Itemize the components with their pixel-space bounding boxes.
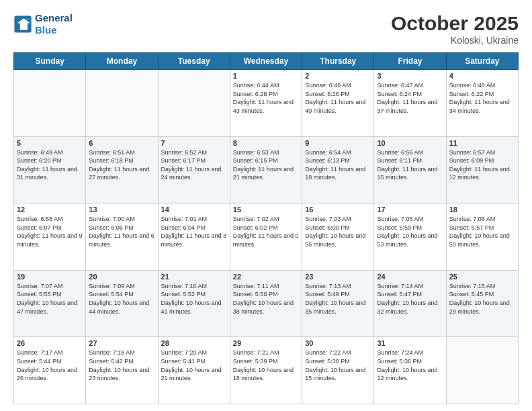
location-subtitle: Koloski, Ukraine (391, 35, 519, 46)
calendar-week-row: 5Sunrise: 6:49 AM Sunset: 6:20 PM Daylig… (14, 136, 519, 203)
day-number: 12 (17, 205, 83, 214)
day-info: Sunrise: 7:21 AM Sunset: 5:39 PM Dayligh… (233, 349, 299, 382)
logo-line1: General (35, 12, 73, 24)
day-info: Sunrise: 7:17 AM Sunset: 5:44 PM Dayligh… (17, 349, 83, 382)
weekday-header-thursday: Thursday (302, 53, 374, 70)
day-info: Sunrise: 6:49 AM Sunset: 6:20 PM Dayligh… (17, 148, 83, 182)
calendar-cell: 18Sunrise: 7:06 AM Sunset: 5:57 PM Dayli… (446, 203, 518, 271)
calendar-cell: 11Sunrise: 6:57 AM Sunset: 6:09 PM Dayli… (446, 136, 518, 203)
calendar-cell: 24Sunrise: 7:14 AM Sunset: 5:47 PM Dayli… (374, 270, 446, 337)
calendar-cell: 7Sunrise: 6:52 AM Sunset: 6:17 PM Daylig… (158, 136, 230, 203)
day-number: 21 (161, 273, 227, 281)
calendar-cell: 10Sunrise: 6:56 AM Sunset: 6:11 PM Dayli… (374, 136, 446, 203)
calendar-week-row: 1Sunrise: 6:44 AM Sunset: 6:28 PM Daylig… (14, 70, 519, 137)
day-number: 15 (233, 205, 299, 214)
calendar-cell: 3Sunrise: 6:47 AM Sunset: 6:24 PM Daylig… (374, 70, 446, 137)
day-info: Sunrise: 6:46 AM Sunset: 6:26 PM Dayligh… (305, 81, 371, 115)
day-info: Sunrise: 6:47 AM Sunset: 6:24 PM Dayligh… (377, 81, 443, 115)
day-number: 6 (89, 139, 154, 147)
weekday-header-tuesday: Tuesday (158, 53, 230, 70)
calendar-cell: 27Sunrise: 7:18 AM Sunset: 5:42 PM Dayli… (86, 337, 158, 404)
day-info: Sunrise: 6:54 AM Sunset: 6:13 PM Dayligh… (305, 148, 371, 182)
day-number: 29 (233, 339, 299, 347)
weekday-header-friday: Friday (374, 53, 446, 70)
calendar-cell (86, 70, 158, 137)
day-number: 23 (305, 273, 371, 281)
calendar-cell: 26Sunrise: 7:17 AM Sunset: 5:44 PM Dayli… (14, 337, 86, 404)
day-number: 4 (449, 72, 515, 80)
header: General Blue October 2025 Koloski, Ukrai… (13, 12, 519, 46)
day-info: Sunrise: 6:52 AM Sunset: 6:17 PM Dayligh… (161, 148, 227, 182)
calendar-cell: 8Sunrise: 6:53 AM Sunset: 6:15 PM Daylig… (230, 136, 302, 203)
calendar-cell: 20Sunrise: 7:09 AM Sunset: 5:54 PM Dayli… (86, 270, 158, 337)
day-info: Sunrise: 7:24 AM Sunset: 5:36 PM Dayligh… (377, 349, 443, 382)
day-info: Sunrise: 6:53 AM Sunset: 6:15 PM Dayligh… (233, 148, 299, 182)
logo-line2: Blue (35, 24, 73, 36)
day-number: 2 (305, 72, 371, 80)
day-info: Sunrise: 7:14 AM Sunset: 5:47 PM Dayligh… (377, 282, 443, 316)
logo: General Blue (13, 12, 73, 36)
calendar-cell (446, 337, 518, 404)
day-number: 18 (449, 205, 515, 214)
day-info: Sunrise: 7:01 AM Sunset: 6:04 PM Dayligh… (161, 215, 227, 248)
day-number: 24 (377, 273, 443, 281)
day-info: Sunrise: 6:56 AM Sunset: 6:11 PM Dayligh… (377, 148, 443, 182)
calendar-cell: 29Sunrise: 7:21 AM Sunset: 5:39 PM Dayli… (230, 337, 302, 404)
title-block: October 2025 Koloski, Ukraine (391, 12, 519, 46)
day-info: Sunrise: 7:07 AM Sunset: 5:55 PM Dayligh… (17, 282, 83, 316)
day-info: Sunrise: 7:10 AM Sunset: 5:52 PM Dayligh… (161, 282, 227, 316)
day-info: Sunrise: 7:11 AM Sunset: 5:50 PM Dayligh… (233, 282, 299, 316)
day-info: Sunrise: 7:13 AM Sunset: 5:49 PM Dayligh… (305, 282, 371, 316)
calendar-cell: 30Sunrise: 7:22 AM Sunset: 5:38 PM Dayli… (302, 337, 374, 404)
logo-icon (13, 15, 32, 34)
day-info: Sunrise: 7:02 AM Sunset: 6:02 PM Dayligh… (233, 215, 299, 248)
day-info: Sunrise: 7:22 AM Sunset: 5:38 PM Dayligh… (305, 349, 371, 382)
calendar-cell: 28Sunrise: 7:20 AM Sunset: 5:41 PM Dayli… (158, 337, 230, 404)
calendar-cell: 2Sunrise: 6:46 AM Sunset: 6:26 PM Daylig… (302, 70, 374, 137)
day-number: 30 (305, 339, 371, 347)
day-number: 26 (17, 339, 83, 347)
calendar-cell: 4Sunrise: 6:48 AM Sunset: 6:22 PM Daylig… (446, 70, 518, 137)
calendar-cell: 14Sunrise: 7:01 AM Sunset: 6:04 PM Dayli… (158, 203, 230, 271)
calendar-cell: 22Sunrise: 7:11 AM Sunset: 5:50 PM Dayli… (230, 270, 302, 337)
day-number: 28 (161, 339, 227, 347)
weekday-header-saturday: Saturday (446, 53, 518, 70)
calendar-cell: 9Sunrise: 6:54 AM Sunset: 6:13 PM Daylig… (302, 136, 374, 203)
day-info: Sunrise: 7:05 AM Sunset: 5:59 PM Dayligh… (377, 215, 443, 248)
day-number: 31 (377, 339, 443, 347)
weekday-header-wednesday: Wednesday (230, 53, 302, 70)
calendar-cell: 13Sunrise: 7:00 AM Sunset: 6:06 PM Dayli… (86, 203, 158, 271)
calendar-cell: 19Sunrise: 7:07 AM Sunset: 5:55 PM Dayli… (14, 270, 86, 337)
day-info: Sunrise: 7:09 AM Sunset: 5:54 PM Dayligh… (89, 282, 154, 316)
day-info: Sunrise: 6:58 AM Sunset: 6:07 PM Dayligh… (17, 215, 83, 248)
day-number: 7 (161, 139, 227, 147)
calendar-cell (158, 70, 230, 137)
day-number: 16 (305, 205, 371, 214)
day-number: 14 (161, 205, 227, 214)
calendar-cell: 15Sunrise: 7:02 AM Sunset: 6:02 PM Dayli… (230, 203, 302, 271)
calendar-cell: 5Sunrise: 6:49 AM Sunset: 6:20 PM Daylig… (14, 136, 86, 203)
day-number: 13 (89, 205, 154, 214)
day-number: 25 (449, 273, 515, 281)
calendar-cell: 21Sunrise: 7:10 AM Sunset: 5:52 PM Dayli… (158, 270, 230, 337)
weekday-header-row: SundayMondayTuesdayWednesdayThursdayFrid… (14, 53, 519, 70)
day-number: 17 (377, 205, 443, 214)
calendar-cell: 1Sunrise: 6:44 AM Sunset: 6:28 PM Daylig… (230, 70, 302, 137)
day-number: 19 (17, 273, 83, 281)
day-info: Sunrise: 6:57 AM Sunset: 6:09 PM Dayligh… (449, 148, 515, 182)
calendar-week-row: 26Sunrise: 7:17 AM Sunset: 5:44 PM Dayli… (14, 337, 519, 404)
calendar-week-row: 19Sunrise: 7:07 AM Sunset: 5:55 PM Dayli… (14, 270, 519, 337)
calendar-cell: 6Sunrise: 6:51 AM Sunset: 6:18 PM Daylig… (86, 136, 158, 203)
day-info: Sunrise: 7:03 AM Sunset: 6:00 PM Dayligh… (305, 215, 371, 248)
weekday-header-sunday: Sunday (14, 53, 86, 70)
day-info: Sunrise: 7:00 AM Sunset: 6:06 PM Dayligh… (89, 215, 154, 248)
day-number: 22 (233, 273, 299, 281)
day-info: Sunrise: 7:06 AM Sunset: 5:57 PM Dayligh… (449, 215, 515, 248)
calendar-cell (14, 70, 86, 137)
calendar-cell: 16Sunrise: 7:03 AM Sunset: 6:00 PM Dayli… (302, 203, 374, 271)
day-number: 10 (377, 139, 443, 147)
day-number: 1 (233, 72, 299, 80)
weekday-header-monday: Monday (86, 53, 158, 70)
calendar-week-row: 12Sunrise: 6:58 AM Sunset: 6:07 PM Dayli… (14, 203, 519, 271)
calendar-cell: 25Sunrise: 7:15 AM Sunset: 5:45 PM Dayli… (446, 270, 518, 337)
